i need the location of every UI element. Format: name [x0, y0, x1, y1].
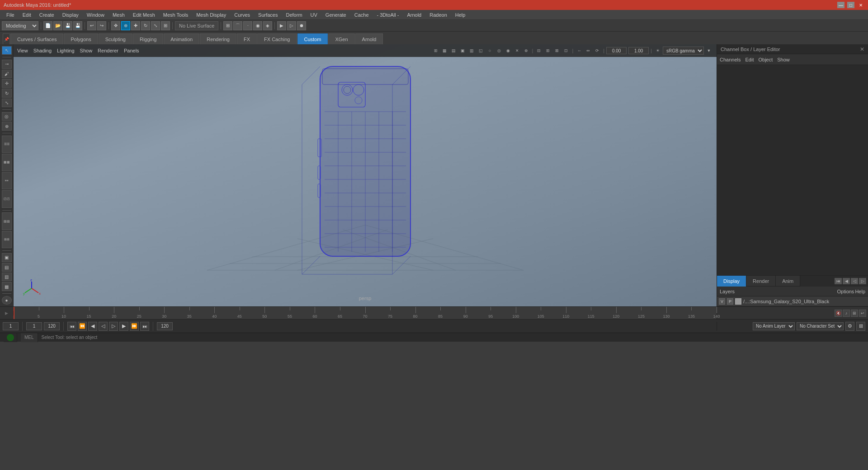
show-manip-btn[interactable]: ⊕ [2, 122, 12, 130]
minimize-button[interactable]: — [837, 2, 844, 8]
layers-options[interactable]: Options [837, 289, 854, 294]
render-btn[interactable]: ▶ [277, 21, 286, 30]
undo-btn[interactable]: ↩ [87, 21, 96, 30]
menu-deform[interactable]: Deform [283, 11, 306, 19]
mode-select[interactable]: Modeling Rigging Animation FX Rendering [2, 21, 38, 30]
rotate-tool-btn[interactable]: ↻ [2, 89, 12, 97]
extra2-btn[interactable]: ▤ [2, 263, 12, 272]
vp-tb-15[interactable]: ⊡ [562, 47, 570, 55]
no-live-surface-btn[interactable]: No Live Surface [175, 21, 218, 30]
tab-rendering[interactable]: Rendering [200, 33, 236, 44]
pb-settings-btn[interactable]: ⚙ [845, 322, 854, 331]
tab-rigging[interactable]: Rigging [133, 33, 163, 44]
snap-surface-btn[interactable]: ◈ [263, 21, 272, 30]
menu-radeon[interactable]: Radeon [426, 11, 451, 19]
tab-arnold[interactable]: Arnold [355, 33, 383, 44]
vp-tb-2[interactable]: ▦ [441, 47, 449, 55]
pb-goto-end[interactable]: ⏭ [140, 322, 149, 331]
menu-surfaces[interactable]: Surfaces [255, 11, 281, 19]
vp-color-btn[interactable]: ▼ [705, 47, 713, 55]
menu-arnold[interactable]: Arnold [403, 11, 425, 19]
vp-tb-12[interactable]: ⊟ [535, 47, 543, 55]
layer-back-btn[interactable]: ◀ [843, 278, 850, 284]
vp-tb-11[interactable]: ⊕ [522, 47, 530, 55]
snap-grid-btn[interactable]: ⊞ [223, 21, 232, 30]
vp-tb-10[interactable]: ✕ [513, 47, 521, 55]
tab-sculpting[interactable]: Sculpting [99, 33, 132, 44]
layer-visible-btn[interactable]: V [719, 298, 725, 305]
pb-extra-btn[interactable]: ⊞ [856, 322, 865, 331]
vp-renderer-menu[interactable]: Renderer [98, 48, 118, 53]
menu-mesh-display[interactable]: Mesh Display [193, 11, 230, 19]
vp-lighting-menu[interactable]: Lighting [57, 48, 75, 53]
panel-tab-anim[interactable]: Anim [776, 276, 800, 287]
scale-tool-btn[interactable]: ⤡ [2, 99, 12, 107]
panel-tab-render[interactable]: Render [746, 276, 776, 287]
panel-tab-display[interactable]: Display [717, 276, 746, 287]
vp-shading-menu[interactable]: Shading [33, 48, 52, 53]
render2-btn[interactable]: ▷ [287, 21, 296, 30]
soft-select-btn[interactable]: ◎ [2, 112, 12, 121]
scale-btn[interactable]: ⤡ [151, 21, 160, 30]
vp-value1[interactable] [606, 47, 627, 54]
redo-btn[interactable]: ↪ [97, 21, 106, 30]
layers-help[interactable]: Help [855, 289, 865, 294]
xform-btn[interactable]: ⊞⊞ [2, 231, 12, 248]
pb-prev-frame[interactable]: ◀ [88, 322, 97, 331]
menu-help[interactable]: Help [452, 11, 469, 19]
tab-xgen[interactable]: XGen [328, 33, 354, 44]
vp-tb-18[interactable]: ⟳ [593, 47, 601, 55]
extra3-btn[interactable]: ▥ [2, 273, 12, 281]
tab-custom[interactable]: Custom [297, 33, 328, 44]
select-btn[interactable]: ✥ [111, 21, 120, 30]
panel-channels[interactable]: Channels [720, 57, 741, 62]
menu-cache[interactable]: Cache [351, 11, 373, 19]
vp-tb-14[interactable]: ⊠ [553, 47, 561, 55]
vp-tb-8[interactable]: ◎ [495, 47, 503, 55]
vp-tb-16[interactable]: ↔ [575, 47, 583, 55]
menu-mesh-tools[interactable]: Mesh Tools [160, 11, 192, 19]
vp-value2[interactable] [628, 47, 649, 54]
history-btn[interactable]: ☰☰ [2, 136, 12, 153]
vp-tb-13[interactable]: ⊞ [544, 47, 552, 55]
new-btn[interactable]: 📄 [43, 21, 52, 30]
snap-point-btn[interactable]: · [243, 21, 252, 30]
render-layer-btn[interactable]: ◰◰ [2, 190, 12, 207]
bottom-icon-btn[interactable]: ● [2, 296, 12, 305]
current-frame-input[interactable] [3, 322, 19, 330]
vp-panels-menu[interactable]: Panels [124, 48, 139, 53]
pb-goto-start[interactable]: ⏮ [67, 322, 76, 331]
panel-close-btn[interactable]: ✕ [860, 46, 864, 52]
select-tool-btn[interactable]: ↖ [2, 46, 12, 55]
snap-view-btn[interactable]: ◉ [253, 21, 262, 30]
close-button[interactable]: ✕ [857, 2, 864, 8]
maximize-button[interactable]: □ [847, 2, 854, 8]
move-btn[interactable]: ✚ [131, 21, 140, 30]
menu-mesh[interactable]: Mesh [109, 11, 128, 19]
open-btn[interactable]: 📂 [53, 21, 62, 30]
vp-tb-3[interactable]: ▤ [450, 47, 458, 55]
rotate-btn[interactable]: ↻ [141, 21, 150, 30]
menu-uv[interactable]: UV [307, 11, 321, 19]
menu-edit[interactable]: Edit [19, 11, 35, 19]
char-set-select[interactable]: No Character Set [797, 322, 844, 330]
panel-show[interactable]: Show [777, 57, 790, 62]
tab-fx-caching[interactable]: FX Caching [257, 33, 297, 44]
tl-audio-solo[interactable]: ♪ [843, 310, 850, 317]
timeline-ticks[interactable]: 5101520253035404550556065707580859095100… [14, 307, 717, 320]
range-start-input[interactable] [26, 322, 42, 330]
universal-btn[interactable]: ⊞ [161, 21, 170, 30]
transform-btn[interactable]: ⊕ [121, 21, 130, 30]
extra1-btn[interactable]: ▣ [2, 253, 12, 262]
viewport[interactable]: View Shading Lighting Show Renderer Pane… [14, 44, 717, 306]
tab-fx[interactable]: FX [237, 33, 257, 44]
quick-layout-btn[interactable]: ▤▤ [2, 212, 12, 230]
extra4-btn[interactable]: ▦ [2, 282, 12, 291]
menu-window[interactable]: Window [83, 11, 108, 19]
vp-tb-7[interactable]: ○ [486, 47, 494, 55]
anim-end-input[interactable] [157, 322, 173, 330]
tab-polygons[interactable]: Polygons [64, 33, 98, 44]
menu-edit-mesh[interactable]: Edit Mesh [129, 11, 159, 19]
paint-select-btn[interactable]: 🖌 [2, 70, 12, 78]
pb-play-back[interactable]: ◁ [99, 322, 108, 331]
